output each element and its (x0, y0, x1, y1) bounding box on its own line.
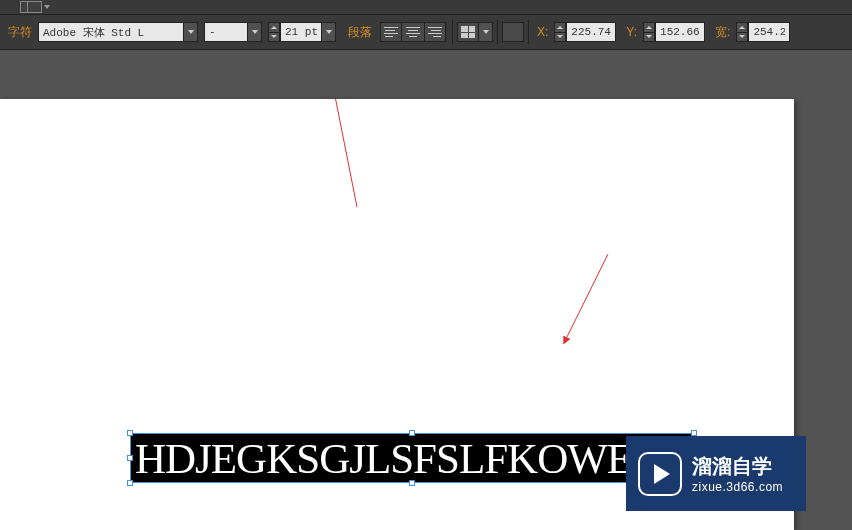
font-style-combo[interactable] (204, 22, 262, 42)
width-input[interactable] (748, 22, 790, 42)
font-size-up-icon[interactable] (268, 22, 280, 33)
resize-handle-bm[interactable] (409, 480, 415, 486)
x-position-input[interactable] (566, 22, 616, 42)
y-up-icon[interactable] (643, 22, 655, 33)
grid-options-button[interactable] (502, 22, 524, 42)
width-label: 宽: (711, 24, 734, 41)
svg-line-1 (332, 99, 357, 207)
paragraph-label[interactable]: 段落 (344, 24, 376, 41)
watermark-logo-icon (638, 452, 682, 496)
x-position-spinner[interactable] (554, 22, 616, 42)
character-label[interactable]: 字符 (4, 24, 36, 41)
font-size-down-icon[interactable] (268, 33, 280, 43)
svg-line-2 (566, 254, 608, 339)
align-left-button[interactable] (380, 22, 402, 42)
fill-options-button[interactable] (457, 22, 493, 42)
resize-handle-bl[interactable] (127, 480, 133, 486)
font-size-spinner[interactable] (268, 22, 336, 42)
text-frame[interactable]: HDJEGKSGJLSFSLFKOWEJF (130, 433, 694, 483)
panel-layout-icon[interactable] (20, 1, 42, 13)
watermark-title: 溜溜自学 (692, 453, 783, 480)
font-family-dropdown-icon[interactable] (184, 22, 198, 42)
x-up-icon[interactable] (554, 22, 566, 33)
font-family-combo[interactable] (38, 22, 198, 42)
font-style-dropdown-icon[interactable] (248, 22, 262, 42)
watermark: 溜溜自学 zixue.3d66.com (626, 436, 806, 511)
divider (528, 20, 529, 44)
font-size-input[interactable] (280, 22, 322, 42)
font-family-input[interactable] (38, 22, 184, 42)
resize-handle-tl[interactable] (127, 430, 133, 436)
y-position-spinner[interactable] (643, 22, 705, 42)
watermark-url: zixue.3d66.com (692, 480, 783, 494)
y-label: Y: (622, 25, 641, 39)
options-bar: 字符 段落 (0, 14, 852, 50)
align-center-button[interactable] (402, 22, 424, 42)
resize-handle-tm[interactable] (409, 430, 415, 436)
divider (497, 20, 498, 44)
app-top-bar (0, 0, 852, 14)
resize-handle-ml[interactable] (127, 455, 133, 461)
panel-dropdown-icon[interactable] (44, 5, 50, 9)
text-content[interactable]: HDJEGKSGJLSFSLFKOWEJF (135, 434, 671, 483)
text-align-group (380, 22, 446, 42)
y-down-icon[interactable] (643, 33, 655, 43)
width-up-icon[interactable] (736, 22, 748, 33)
fill-dropdown-icon[interactable] (479, 22, 493, 42)
x-down-icon[interactable] (554, 33, 566, 43)
x-label: X: (533, 25, 552, 39)
align-right-button[interactable] (424, 22, 446, 42)
font-style-input[interactable] (204, 22, 248, 42)
width-spinner[interactable] (736, 22, 790, 42)
width-down-icon[interactable] (736, 33, 748, 43)
font-size-dropdown-icon[interactable] (322, 22, 336, 42)
grid-icon (457, 22, 479, 42)
y-position-input[interactable] (655, 22, 705, 42)
divider (452, 20, 453, 44)
